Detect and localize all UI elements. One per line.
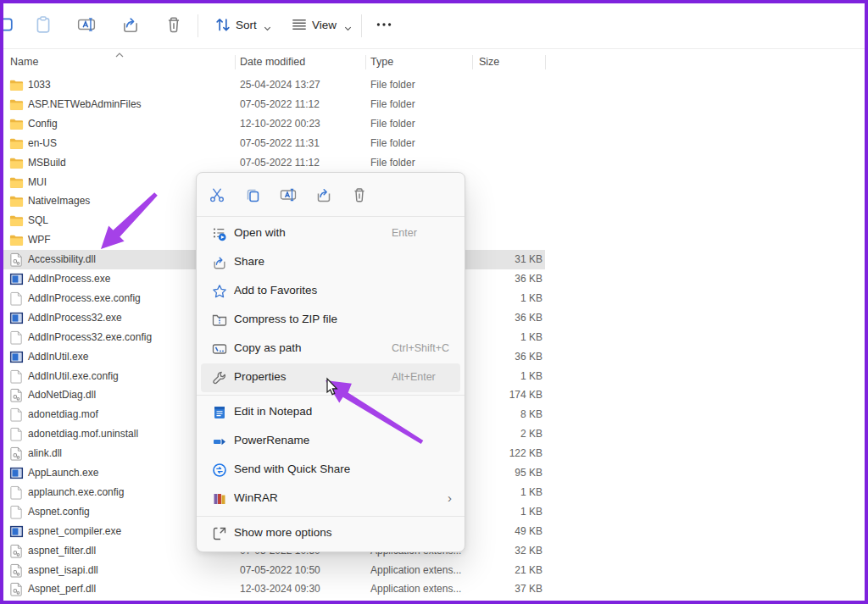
dll-file-icon (9, 544, 24, 558)
file-name: AddInProcess.exe.config (28, 292, 141, 304)
exe-file-icon (9, 524, 24, 539)
column-divider[interactable] (545, 55, 546, 69)
file-name: aspnet_isapi.dll (28, 564, 98, 576)
menu-item-show-more-options[interactable]: Show more options (201, 519, 460, 548)
file-name: adonetdiag.mof (28, 408, 98, 420)
dll-file-icon (9, 446, 24, 461)
file-explorer-window: Sort View Name Date modified Type Size 1… (0, 0, 868, 604)
copy-icon[interactable] (244, 186, 261, 203)
notepad-icon (212, 405, 227, 420)
folder-file-icon (9, 194, 24, 208)
exe-file-icon (9, 311, 24, 325)
file-name: Aspnet_perf.dll (28, 583, 96, 595)
file-size: 21 KB (465, 564, 542, 576)
context-menu-quick-actions (197, 176, 465, 213)
column-divider[interactable] (235, 55, 236, 69)
file-size: 32 KB (465, 545, 542, 557)
file-row[interactable]: en-US07-05-2022 11:31File folder (3, 134, 545, 153)
view-icon[interactable] (290, 15, 309, 34)
powerrename-icon (212, 434, 227, 449)
delete-icon[interactable] (351, 186, 368, 203)
copy-icon[interactable] (0, 15, 14, 34)
rename-icon[interactable] (280, 186, 297, 203)
dll-file-icon (9, 582, 24, 596)
column-header-name[interactable]: Name (10, 56, 38, 68)
file-size: 36 KB (465, 351, 542, 363)
column-header-type[interactable]: Type (370, 56, 393, 68)
menu-item-send-with-quick-share[interactable]: Send with Quick Share (201, 456, 460, 485)
context-menu: Open withEnterShareAdd to FavoritesCompr… (196, 172, 465, 552)
cut-icon[interactable] (209, 186, 225, 203)
file-size: 31 KB (465, 253, 542, 265)
see-more-icon[interactable] (375, 15, 393, 34)
menu-item-label: Open with (234, 226, 286, 239)
column-header-date[interactable]: Date modified (240, 56, 305, 68)
winrar-icon (212, 491, 227, 507)
file-name: Accessibility.dll (28, 253, 96, 265)
menu-item-shortcut: Enter (392, 227, 417, 239)
menu-item-edit-in-notepad[interactable]: Edit in Notepad (201, 398, 460, 427)
submenu-chevron-icon: › (448, 490, 452, 505)
rename-icon[interactable] (77, 15, 96, 34)
file-file-icon (9, 485, 24, 500)
file-size: 8 KB (465, 408, 542, 420)
file-name: Aspnet.config (28, 506, 90, 518)
file-name: AddInProcess.exe (28, 273, 110, 285)
share-icon[interactable] (315, 186, 332, 203)
file-name: Config (28, 118, 58, 130)
file-row[interactable]: MSBuild07-05-2022 11:12File folder (3, 153, 545, 173)
show-more-icon (212, 526, 227, 541)
file-row[interactable]: aspnet_isapi.dll07-05-2022 10:50Applicat… (3, 561, 545, 580)
file-file-icon (9, 427, 24, 441)
menu-item-copy-as-path[interactable]: Copy as pathCtrl+Shift+C (201, 335, 460, 363)
exe-file-icon (9, 272, 24, 286)
explorer-toolbar: Sort View (3, 3, 865, 49)
file-name: AdoNetDiag.dll (28, 389, 96, 401)
file-row[interactable]: 103325-04-2024 13:27File folder (3, 75, 545, 95)
file-row[interactable]: Config12-10-2022 00:23File folder (3, 114, 545, 134)
delete-icon[interactable] (164, 15, 183, 34)
file-name: AddInProcess32.exe.config (28, 331, 152, 343)
sort-icon[interactable] (214, 15, 232, 34)
share-icon[interactable] (121, 15, 140, 34)
column-divider[interactable] (472, 55, 473, 69)
chevron-down-icon (263, 21, 272, 30)
file-name: en-US (28, 137, 57, 149)
file-row[interactable]: Aspnet_perf.dll12-03-2024 09:30Applicati… (3, 579, 545, 599)
column-divider[interactable] (365, 55, 366, 69)
file-type: File folder (370, 137, 415, 149)
view-button[interactable]: View (312, 19, 337, 31)
menu-item-powerrename[interactable]: PowerRename (201, 427, 460, 456)
menu-item-label: Share (234, 255, 264, 268)
sort-button[interactable]: Sort (236, 19, 257, 31)
column-header-size[interactable]: Size (479, 56, 499, 68)
file-size: 36 KB (465, 312, 542, 324)
menu-item-label: Copy as path (234, 341, 302, 354)
menu-item-label: WinRAR (234, 491, 278, 504)
file-date-modified: 07-05-2022 11:31 (240, 137, 320, 149)
folder-file-icon (9, 117, 24, 131)
menu-item-add-to-favorites[interactable]: Add to Favorites (201, 277, 460, 306)
file-size: 122 KB (465, 447, 542, 459)
menu-item-compress-to-zip-file[interactable]: Compress to ZIP file (201, 306, 460, 335)
file-file-icon (9, 330, 24, 345)
share-icon (212, 255, 227, 270)
file-row[interactable]: ASP.NETWebAdminFiles07-05-2022 11:12File… (3, 95, 545, 114)
file-date-modified: 25-04-2024 13:27 (240, 79, 320, 91)
zip-icon (212, 313, 227, 328)
paste-icon[interactable] (34, 15, 53, 34)
menu-item-share[interactable]: Share (201, 248, 460, 277)
exe-file-icon (9, 466, 24, 480)
file-file-icon (9, 291, 24, 306)
file-type: File folder (370, 98, 415, 110)
file-name: WPF (28, 234, 51, 246)
menu-item-properties[interactable]: PropertiesAlt+Enter (201, 363, 460, 392)
file-size: 1 KB (465, 292, 542, 304)
folder-file-icon (9, 136, 24, 151)
menu-item-open-with[interactable]: Open withEnter (201, 219, 460, 248)
menu-item-winrar[interactable]: WinRAR› (201, 485, 460, 513)
copy-path-icon (212, 341, 227, 357)
file-size: 37 KB (465, 583, 542, 595)
file-type: Application extens... (370, 564, 461, 576)
menu-item-label: PowerRename (234, 434, 309, 446)
